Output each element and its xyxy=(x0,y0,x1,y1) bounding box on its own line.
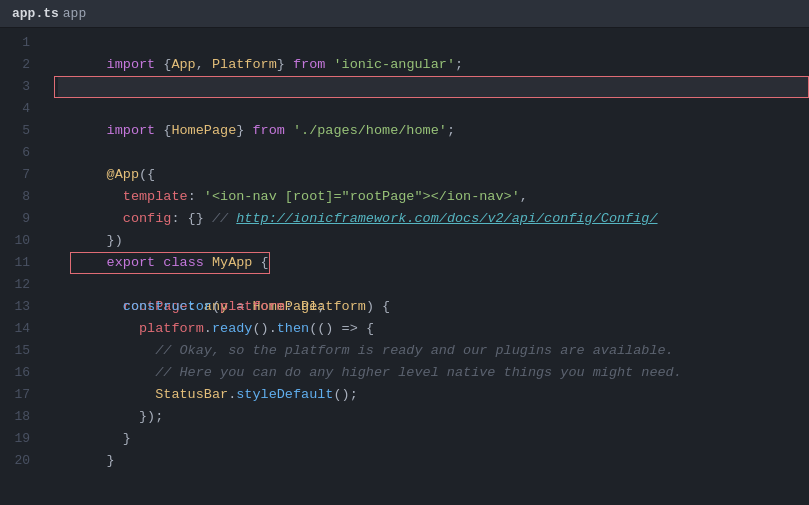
code-line-4 xyxy=(58,98,809,120)
ln-20: 20 xyxy=(0,450,30,472)
code-line-9: }) xyxy=(58,208,809,230)
ln-4: 4 xyxy=(0,98,30,120)
code-line-15: // Here you can do any higher level nati… xyxy=(58,340,809,362)
code-line-14: // Okay, so the platform is ready and ou… xyxy=(58,318,809,340)
filetype-label: app xyxy=(63,3,86,25)
ln-1: 1 xyxy=(0,32,30,54)
code-line-16: StatusBar.styleDefault(); xyxy=(58,362,809,384)
ln-6: 6 xyxy=(0,142,30,164)
ln-16: 16 xyxy=(0,362,30,384)
filename: app.ts xyxy=(12,3,59,25)
code-line-5 xyxy=(58,120,809,142)
code-line-18: } xyxy=(58,406,809,428)
editor: 1 2 3 4 5 6 7 8 9 10 11 12 13 14 15 16 1… xyxy=(0,28,809,505)
code-line-7: template: '<ion-nav [root]="rootPage"></… xyxy=(58,164,809,186)
ln-13: 13 xyxy=(0,296,30,318)
code-line-11: rootPage: any = HomePage; xyxy=(58,252,809,274)
code-line-8: config: {} // http://ionicframework.com/… xyxy=(58,186,809,208)
code-line-17: }); xyxy=(58,384,809,406)
code-line-19: } xyxy=(58,428,809,450)
ln-14: 14 xyxy=(0,318,30,340)
ln-12: 12 xyxy=(0,274,30,296)
ln-9: 9 xyxy=(0,208,30,230)
ln-15: 15 xyxy=(0,340,30,362)
code-line-20 xyxy=(58,450,809,472)
code-line-3: import {HomePage} from './pages/home/hom… xyxy=(58,76,809,98)
ln-17: 17 xyxy=(0,384,30,406)
code-line-1: import {App, Platform} from 'ionic-angul… xyxy=(58,32,809,54)
ln-18: 18 xyxy=(0,406,30,428)
code-area[interactable]: import {App, Platform} from 'ionic-angul… xyxy=(42,28,809,505)
ln-7: 7 xyxy=(0,164,30,186)
ln-2: 2 xyxy=(0,54,30,76)
code-line-12: constructor(platform: Platform) { xyxy=(58,274,809,296)
ln-3: 3 xyxy=(0,76,30,98)
code-line-6: @App({ xyxy=(58,142,809,164)
code-line-10: export class MyApp { xyxy=(58,230,809,252)
code-line-13: platform.ready().then(() => { xyxy=(58,296,809,318)
title-bar: app.ts app xyxy=(0,0,809,28)
ln-5: 5 xyxy=(0,120,30,142)
code-line-2: import {StatusBar} from 'ionic-native'; xyxy=(58,54,809,76)
ln-11: 11 xyxy=(0,252,30,274)
line-numbers: 1 2 3 4 5 6 7 8 9 10 11 12 13 14 15 16 1… xyxy=(0,28,42,505)
ln-10: 10 xyxy=(0,230,30,252)
ln-19: 19 xyxy=(0,428,30,450)
ln-8: 8 xyxy=(0,186,30,208)
